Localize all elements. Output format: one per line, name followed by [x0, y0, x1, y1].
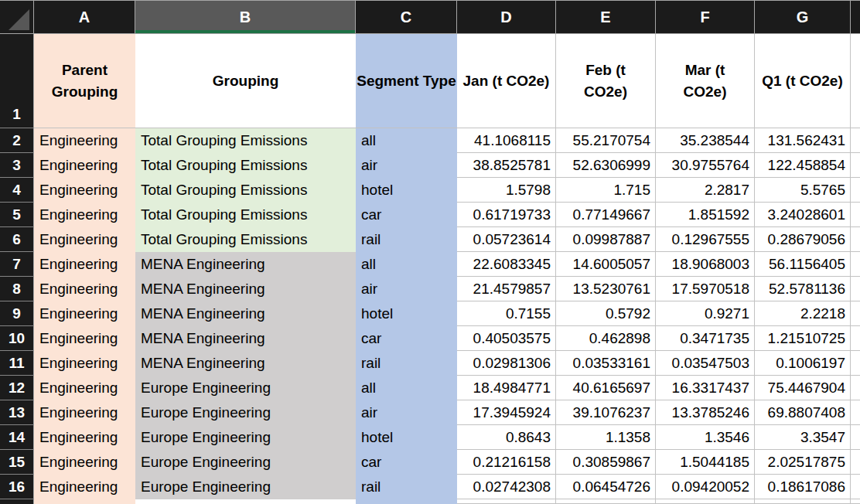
cell-mar[interactable]: 0.03547503: [656, 351, 755, 376]
cell-grouping[interactable]: Europe Engineering: [135, 450, 356, 475]
cell-grouping[interactable]: Total Grouping Emissions: [135, 203, 356, 227]
cell-parent-grouping[interactable]: Engineering: [34, 227, 135, 252]
row-header-1[interactable]: 1: [0, 34, 34, 128]
cell-grouping[interactable]: MENA Engineering: [135, 252, 356, 277]
row-header-17-partial[interactable]: [0, 499, 34, 504]
row-header[interactable]: 8: [0, 277, 34, 301]
cell-parent-grouping[interactable]: Engineering: [34, 277, 135, 301]
cell-grouping[interactable]: Total Grouping Emissions: [135, 128, 356, 153]
cell-feb[interactable]: 13.5230761: [556, 277, 656, 301]
cell-q1-partial[interactable]: [755, 499, 851, 504]
cell-parent-grouping[interactable]: Engineering: [34, 128, 135, 153]
cell-parent-grouping[interactable]: Engineering: [34, 326, 135, 351]
cell-h-partial[interactable]: [851, 450, 860, 475]
cell-feb[interactable]: 1.715: [556, 178, 656, 203]
header-jan[interactable]: Jan (t CO2e): [457, 34, 556, 128]
row-header[interactable]: 11: [0, 351, 34, 376]
cell-parent-grouping[interactable]: Engineering: [34, 400, 135, 425]
cell-grouping[interactable]: Europe Engineering: [135, 376, 356, 400]
cell-segment-type-partial[interactable]: [356, 499, 457, 504]
header-mar[interactable]: Mar (t CO2e): [656, 34, 755, 128]
cell-h-partial[interactable]: [851, 277, 860, 301]
cell-jan[interactable]: 17.3945924: [457, 400, 556, 425]
row-header[interactable]: 15: [0, 450, 34, 475]
cell-segment-type[interactable]: air: [356, 400, 457, 425]
cell-mar[interactable]: 1.3546: [656, 425, 755, 450]
cell-parent-grouping[interactable]: Engineering: [34, 376, 135, 400]
header-segment-type[interactable]: Segment Type: [356, 34, 457, 128]
cell-feb[interactable]: 0.462898: [556, 326, 656, 351]
cell-jan[interactable]: 18.4984771: [457, 376, 556, 400]
cell-q1[interactable]: 69.8807408: [755, 400, 851, 425]
cell-q1[interactable]: 122.458854: [755, 153, 851, 178]
cell-feb[interactable]: 40.6165697: [556, 376, 656, 400]
cell-h-partial[interactable]: [851, 178, 860, 203]
cell-h-partial[interactable]: [851, 301, 860, 326]
cell-h-partial[interactable]: [851, 351, 860, 376]
column-header-c[interactable]: C: [356, 1, 457, 33]
cell-segment-type[interactable]: all: [356, 128, 457, 153]
column-header-a[interactable]: A: [34, 1, 135, 33]
header-parent-grouping[interactable]: Parent Grouping: [34, 34, 135, 128]
cell-parent-grouping[interactable]: Engineering: [34, 252, 135, 277]
cell-h-partial[interactable]: [851, 128, 860, 153]
cell-q1[interactable]: 0.28679056: [755, 227, 851, 252]
column-header-e[interactable]: E: [556, 1, 656, 33]
column-header-b-selected[interactable]: B: [135, 1, 356, 33]
cell-q1[interactable]: 3.24028601: [755, 203, 851, 227]
cell-h-partial[interactable]: [851, 227, 860, 252]
cell-h-partial[interactable]: [851, 153, 860, 178]
cell-grouping[interactable]: MENA Engineering: [135, 301, 356, 326]
cell-segment-type[interactable]: hotel: [356, 178, 457, 203]
row-header[interactable]: 14: [0, 425, 34, 450]
cell-feb[interactable]: 0.06454726: [556, 475, 656, 499]
header-grouping[interactable]: Grouping: [135, 34, 356, 128]
cell-mar[interactable]: 35.238544: [656, 128, 755, 153]
cell-feb[interactable]: 0.77149667: [556, 203, 656, 227]
cell-grouping[interactable]: Total Grouping Emissions: [135, 153, 356, 178]
row-header[interactable]: 2: [0, 128, 34, 153]
cell-mar-partial[interactable]: [656, 499, 755, 504]
cell-q1[interactable]: 75.4467904: [755, 376, 851, 400]
row-header[interactable]: 6: [0, 227, 34, 252]
cell-jan[interactable]: 0.02742308: [457, 475, 556, 499]
cell-parent-grouping[interactable]: Engineering: [34, 178, 135, 203]
cell-jan[interactable]: 22.6083345: [457, 252, 556, 277]
cell-parent-grouping[interactable]: Engineering: [34, 153, 135, 178]
cell-grouping[interactable]: MENA Engineering: [135, 351, 356, 376]
cell-mar[interactable]: 2.2817: [656, 178, 755, 203]
row-header[interactable]: 13: [0, 400, 34, 425]
cell-jan[interactable]: 0.05723614: [457, 227, 556, 252]
cell-segment-type[interactable]: rail: [356, 351, 457, 376]
cell-h-partial[interactable]: [851, 326, 860, 351]
cell-parent-grouping-partial[interactable]: [34, 499, 135, 504]
row-header[interactable]: 10: [0, 326, 34, 351]
cell-parent-grouping[interactable]: Engineering: [34, 351, 135, 376]
column-header-g[interactable]: G: [755, 1, 851, 33]
cell-segment-type[interactable]: car: [356, 450, 457, 475]
row-header[interactable]: 9: [0, 301, 34, 326]
cell-parent-grouping[interactable]: Engineering: [34, 425, 135, 450]
cell-jan[interactable]: 0.02981306: [457, 351, 556, 376]
cell-grouping[interactable]: Total Grouping Emissions: [135, 227, 356, 252]
cell-jan[interactable]: 41.1068115: [457, 128, 556, 153]
cell-jan[interactable]: 0.21216158: [457, 450, 556, 475]
cell-grouping[interactable]: Europe Engineering: [135, 475, 356, 499]
cell-feb[interactable]: 39.1076237: [556, 400, 656, 425]
cell-q1[interactable]: 2.02517875: [755, 450, 851, 475]
cell-h-partial[interactable]: [851, 499, 860, 504]
cell-parent-grouping[interactable]: Engineering: [34, 203, 135, 227]
header-h1-partial[interactable]: [851, 34, 860, 128]
cell-mar[interactable]: 0.12967555: [656, 227, 755, 252]
cell-segment-type[interactable]: all: [356, 376, 457, 400]
cell-feb[interactable]: 1.1358: [556, 425, 656, 450]
cell-feb[interactable]: 52.6306999: [556, 153, 656, 178]
cell-jan[interactable]: 38.8525781: [457, 153, 556, 178]
cell-feb[interactable]: 55.2170754: [556, 128, 656, 153]
row-header[interactable]: 16: [0, 475, 34, 499]
cell-q1[interactable]: 2.2218: [755, 301, 851, 326]
cell-q1[interactable]: 0.18617086: [755, 475, 851, 499]
column-header-d[interactable]: D: [457, 1, 556, 33]
cell-h-partial[interactable]: [851, 252, 860, 277]
cell-q1[interactable]: 131.562431: [755, 128, 851, 153]
